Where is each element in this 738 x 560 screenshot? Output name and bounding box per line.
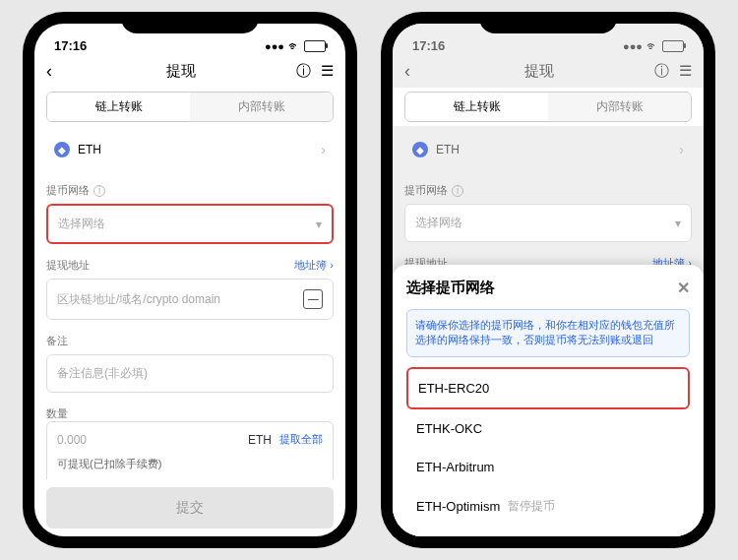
coin-symbol: ETH: [78, 143, 321, 156]
amount-label: 数量: [46, 406, 68, 421]
sheet-title: 选择提币网络: [406, 279, 495, 297]
wifi-icon: ᯤ: [288, 39, 300, 53]
address-input[interactable]: 区块链地址/域名/crypto domain: [46, 279, 334, 320]
status-time: 17:16: [54, 38, 87, 53]
network-select[interactable]: 选择网络 ▾: [404, 204, 692, 242]
network-option-status: 暂停提币: [508, 498, 555, 515]
network-select-placeholder: 选择网络: [58, 216, 316, 232]
status-icons: ●●● ᯤ: [623, 39, 684, 53]
tab-onchain[interactable]: 链上转账: [405, 93, 548, 121]
coin-selector[interactable]: ◆ ETH ›: [404, 130, 692, 169]
close-icon[interactable]: ✕: [677, 279, 690, 297]
note-placeholder: 备注信息(非必填): [57, 365, 323, 382]
network-label: 提币网络 i: [404, 183, 692, 198]
submit-button[interactable]: 提交: [46, 487, 334, 529]
help-icon[interactable]: ⓘ: [296, 62, 311, 81]
network-select-placeholder: 选择网络: [415, 215, 675, 231]
network-label: 提币网络 i: [46, 183, 334, 198]
available-label: 可提现(已扣除手续费): [57, 457, 161, 471]
tab-onchain[interactable]: 链上转账: [47, 93, 190, 121]
info-icon[interactable]: i: [93, 185, 105, 197]
network-option-erc20[interactable]: ETH-ERC20: [406, 367, 690, 409]
help-icon[interactable]: ⓘ: [654, 62, 669, 81]
network-option-label: ETH-Arbitrum: [416, 460, 494, 474]
chevron-down-icon: ▾: [316, 218, 322, 231]
eth-icon: ◆: [54, 142, 70, 157]
network-sheet: 选择提币网络 ✕ 请确保你选择的提币网络，和你在相对应的钱包充值所选择的网络保持…: [393, 265, 704, 537]
eth-icon: ◆: [412, 142, 428, 157]
history-icon[interactable]: ☰: [679, 62, 692, 81]
network-select[interactable]: 选择网络 ▾: [46, 204, 334, 244]
page-title: 提现: [74, 62, 288, 81]
address-placeholder: 区块链地址/域名/crypto domain: [57, 291, 303, 308]
screen-right: 17:16 ●●● ᯤ ‹ 提现 ⓘ ☰ 链上转账 内部转账 ◆ ETH ›: [393, 24, 704, 536]
nav-bar: ‹ 提现 ⓘ ☰: [393, 55, 704, 88]
network-option-label: ETH-Optimism: [416, 499, 500, 514]
amount-box: 0.000 ETH 提取全部 可提现(已扣除手续费) ✓ 资金账户 0.0004…: [46, 421, 334, 479]
chevron-down-icon: ▾: [675, 217, 681, 230]
battery-icon: [662, 40, 684, 52]
tab-internal[interactable]: 内部转账: [190, 93, 333, 121]
address-book-link[interactable]: 地址簿 ›: [294, 258, 334, 273]
transfer-tabs: 链上转账 内部转账: [46, 92, 334, 122]
tab-internal[interactable]: 内部转账: [548, 93, 691, 121]
note-label: 备注: [46, 334, 334, 348]
fund-balance: 0.0004906: [272, 477, 323, 480]
nav-bar: ‹ 提现 ⓘ ☰: [34, 55, 345, 88]
fund-account-row[interactable]: ✓ 资金账户: [57, 471, 121, 479]
network-option-label: ETHK-OKC: [416, 421, 482, 436]
withdraw-all-link[interactable]: 提取全部: [279, 432, 323, 447]
page-title: 提现: [432, 62, 646, 81]
phone-left: 17:16 ●●● ᯤ ‹ 提现 ⓘ ☰ 链上转账 内部转账 ◆ ETH ›: [23, 12, 357, 548]
transfer-tabs: 链上转账 内部转账: [404, 92, 692, 122]
scan-icon[interactable]: [303, 289, 323, 309]
chevron-right-icon: ›: [321, 142, 326, 157]
battery-icon: [304, 40, 326, 52]
info-icon[interactable]: i: [452, 185, 463, 197]
back-button[interactable]: ‹: [404, 61, 424, 82]
network-option-label: ETH-ERC20: [418, 381, 489, 396]
status-time: 17:16: [412, 38, 445, 53]
sheet-notice: 请确保你选择的提币网络，和你在相对应的钱包充值所选择的网络保持一致，否则提币将无…: [406, 309, 690, 358]
phone-notch: [479, 12, 617, 33]
wifi-icon: ᯤ: [646, 39, 658, 53]
phone-notch: [121, 12, 259, 33]
back-button[interactable]: ‹: [46, 61, 66, 82]
coin-symbol: ETH: [436, 143, 679, 156]
coin-selector[interactable]: ◆ ETH ›: [46, 130, 334, 169]
amount-input[interactable]: 0.000: [57, 433, 248, 447]
phone-right: 17:16 ●●● ᯤ ‹ 提现 ⓘ ☰ 链上转账 内部转账 ◆ ETH ›: [381, 12, 715, 548]
screen-left: 17:16 ●●● ᯤ ‹ 提现 ⓘ ☰ 链上转账 内部转账 ◆ ETH ›: [34, 24, 345, 536]
amount-unit: ETH: [248, 433, 272, 447]
network-option-arbitrum[interactable]: ETH-Arbitrum: [406, 448, 690, 486]
chevron-right-icon: ›: [679, 142, 684, 157]
status-icons: ●●● ᯤ: [265, 39, 326, 53]
history-icon[interactable]: ☰: [321, 62, 334, 81]
signal-icon: ●●●: [623, 40, 643, 52]
network-option-optimism[interactable]: ETH-Optimism 暂停提币: [406, 486, 690, 527]
signal-icon: ●●●: [265, 40, 284, 52]
content-area: ◆ ETH › 提币网络 i 选择网络 ▾ 提现地址 地址簿 › 区块链地址/域…: [34, 126, 345, 479]
address-label: 提现地址: [46, 258, 90, 273]
note-input[interactable]: 备注信息(非必填): [46, 354, 334, 393]
network-option-okc[interactable]: ETHK-OKC: [406, 409, 690, 448]
